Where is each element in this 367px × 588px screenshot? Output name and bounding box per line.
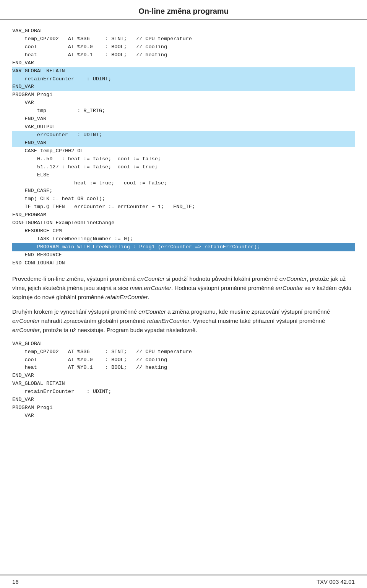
code-line: PROGRAM Prog1 [12,91,355,99]
code-line: END_VAR [12,372,355,380]
code-line: CONFIGURATION ExampleOnLineChange [12,219,355,227]
code-line: VAR [12,99,355,107]
page-footer: 16 TXV 003 42.01 [0,575,367,588]
page-number: 16 [12,578,19,585]
code-line: temp_CP7002 AT %S36 : SINT; // CPU tempe… [12,35,355,43]
code-line: retainErrCounter : UDINT; [12,75,355,83]
code-line: END_RESOURCE [12,251,355,259]
code-line: VAR_OUTPUT [12,123,355,131]
prose-paragraph-1: Provedeme-li on-line změnu, výstupní pro… [12,274,355,302]
code-line: VAR_GLOBAL RETAIN [12,67,355,75]
code-line: VAR [12,412,355,420]
code-line: tmp : R_TRIG; [12,107,355,115]
document-number: TXV 003 42.01 [317,578,355,585]
code-block-2: VAR_GLOBAL temp_CP7002 AT %S36 : SINT; /… [12,340,355,420]
main-content: VAR_GLOBAL temp_CP7002 AT %S36 : SINT; /… [0,20,367,458]
code-line: VAR_GLOBAL [12,27,355,35]
prose-paragraph-2: Druhým krokem je vynechání výstupní prom… [12,307,355,335]
code-line: 0..50 : heat := false; cool := false; [12,155,355,163]
code-line: RESOURCE CPM [12,227,355,235]
code-line: END_CONFIGURATION [12,259,355,267]
code-block-1: VAR_GLOBAL temp_CP7002 AT %S36 : SINT; /… [12,27,355,267]
code-line: END_VAR [12,139,355,147]
code-line: heat AT %Y0.1 : BOOL; // heating [12,364,355,372]
page-title: On-line změna programu [0,0,367,20]
code-line: 51..127 : heat := false; cool := true; [12,163,355,171]
code-line: END_CASE; [12,187,355,195]
code-line: IF tmp.Q THEN errCounter := errCounter +… [12,203,355,211]
code-line: ELSE [12,171,355,179]
code-line: VAR_GLOBAL RETAIN [12,380,355,388]
code-line: VAR_GLOBAL [12,340,355,348]
code-line: errCounter : UDINT; [12,131,355,139]
code-line: CASE temp_CP7002 OF [12,147,355,155]
code-line: END_VAR [12,115,355,123]
code-line: END_VAR [12,83,355,91]
code-line: heat AT %Y0.1 : BOOL; // heating [12,51,355,59]
code-line: cool AT %Y0.0 : BOOL; // cooling [12,356,355,364]
code-line: cool AT %Y0.0 : BOOL; // cooling [12,43,355,51]
code-line: retainErrCounter : UDINT; [12,388,355,396]
code-line: TASK FreeWheeling(Number := 0); [12,235,355,243]
code-line: heat := true; cool := false; [12,179,355,187]
code-line: PROGRAM Prog1 [12,404,355,412]
code-line: temp_CP7002 AT %S36 : SINT; // CPU tempe… [12,348,355,356]
code-line: END_VAR [12,59,355,67]
code-line: PROGRAM main WITH FreeWheeling : Prog1 (… [12,243,355,251]
code-line: END_PROGRAM [12,211,355,219]
code-line: END_VAR [12,396,355,404]
code-line: tmp( CLK := heat OR cool); [12,195,355,203]
